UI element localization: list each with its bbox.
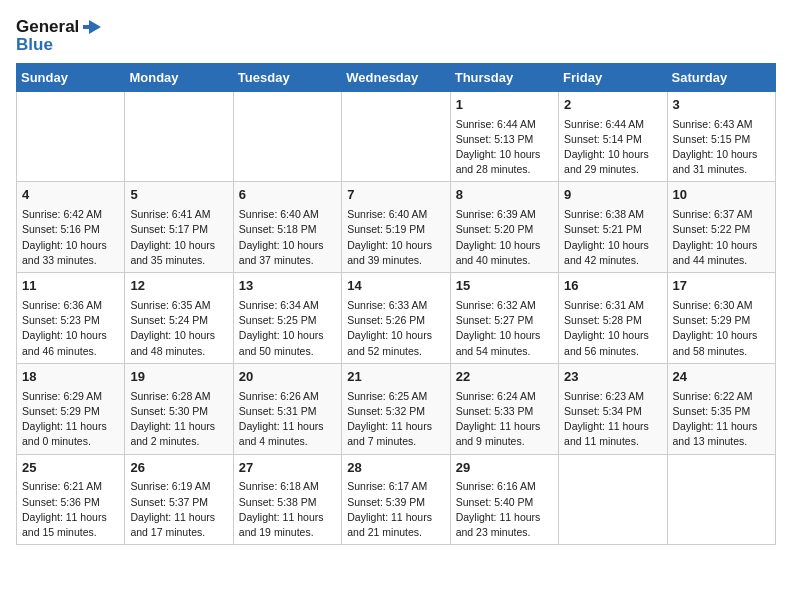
- day-number: 28: [347, 459, 444, 478]
- sunset-text: Sunset: 5:13 PM: [456, 133, 534, 145]
- day-number: 19: [130, 368, 227, 387]
- daylight-text: Daylight: 10 hours and 42 minutes.: [564, 239, 649, 266]
- sunset-text: Sunset: 5:30 PM: [130, 405, 208, 417]
- day-number: 15: [456, 277, 553, 296]
- daylight-text: Daylight: 10 hours and 28 minutes.: [456, 148, 541, 175]
- calendar-cell: 4Sunrise: 6:42 AMSunset: 5:16 PMDaylight…: [17, 182, 125, 273]
- calendar-cell: 24Sunrise: 6:22 AMSunset: 5:35 PMDayligh…: [667, 363, 775, 454]
- daylight-text: Daylight: 10 hours and 39 minutes.: [347, 239, 432, 266]
- sunset-text: Sunset: 5:17 PM: [130, 223, 208, 235]
- calendar-cell: 26Sunrise: 6:19 AMSunset: 5:37 PMDayligh…: [125, 454, 233, 545]
- sunrise-text: Sunrise: 6:33 AM: [347, 299, 427, 311]
- day-number: 6: [239, 186, 336, 205]
- week-row-3: 11Sunrise: 6:36 AMSunset: 5:23 PMDayligh…: [17, 273, 776, 364]
- sunrise-text: Sunrise: 6:44 AM: [456, 118, 536, 130]
- sunrise-text: Sunrise: 6:36 AM: [22, 299, 102, 311]
- sunset-text: Sunset: 5:15 PM: [673, 133, 751, 145]
- sunset-text: Sunset: 5:34 PM: [564, 405, 642, 417]
- logo-general: General: [16, 18, 79, 37]
- calendar-cell: 23Sunrise: 6:23 AMSunset: 5:34 PMDayligh…: [559, 363, 667, 454]
- sunset-text: Sunset: 5:39 PM: [347, 496, 425, 508]
- sunrise-text: Sunrise: 6:37 AM: [673, 208, 753, 220]
- sunrise-text: Sunrise: 6:41 AM: [130, 208, 210, 220]
- day-header-thursday: Thursday: [450, 63, 558, 91]
- daylight-text: Daylight: 11 hours and 23 minutes.: [456, 511, 541, 538]
- header-row: SundayMondayTuesdayWednesdayThursdayFrid…: [17, 63, 776, 91]
- calendar-cell: 18Sunrise: 6:29 AMSunset: 5:29 PMDayligh…: [17, 363, 125, 454]
- sunset-text: Sunset: 5:16 PM: [22, 223, 100, 235]
- day-number: 11: [22, 277, 119, 296]
- week-row-2: 4Sunrise: 6:42 AMSunset: 5:16 PMDaylight…: [17, 182, 776, 273]
- sunrise-text: Sunrise: 6:40 AM: [347, 208, 427, 220]
- sunrise-text: Sunrise: 6:42 AM: [22, 208, 102, 220]
- calendar-cell: 14Sunrise: 6:33 AMSunset: 5:26 PMDayligh…: [342, 273, 450, 364]
- logo-block: General Blue: [16, 16, 103, 55]
- calendar-cell: 27Sunrise: 6:18 AMSunset: 5:38 PMDayligh…: [233, 454, 341, 545]
- sunset-text: Sunset: 5:28 PM: [564, 314, 642, 326]
- sunrise-text: Sunrise: 6:44 AM: [564, 118, 644, 130]
- logo: General Blue: [16, 16, 103, 55]
- sunrise-text: Sunrise: 6:23 AM: [564, 390, 644, 402]
- sunset-text: Sunset: 5:18 PM: [239, 223, 317, 235]
- daylight-text: Daylight: 10 hours and 33 minutes.: [22, 239, 107, 266]
- sunset-text: Sunset: 5:29 PM: [22, 405, 100, 417]
- sunset-text: Sunset: 5:23 PM: [22, 314, 100, 326]
- calendar-cell: 1Sunrise: 6:44 AMSunset: 5:13 PMDaylight…: [450, 91, 558, 182]
- daylight-text: Daylight: 10 hours and 48 minutes.: [130, 329, 215, 356]
- day-header-sunday: Sunday: [17, 63, 125, 91]
- sunrise-text: Sunrise: 6:18 AM: [239, 480, 319, 492]
- daylight-text: Daylight: 11 hours and 0 minutes.: [22, 420, 107, 447]
- sunrise-text: Sunrise: 6:40 AM: [239, 208, 319, 220]
- day-number: 7: [347, 186, 444, 205]
- calendar-cell: 8Sunrise: 6:39 AMSunset: 5:20 PMDaylight…: [450, 182, 558, 273]
- day-number: 22: [456, 368, 553, 387]
- day-number: 10: [673, 186, 770, 205]
- calendar-cell: 21Sunrise: 6:25 AMSunset: 5:32 PMDayligh…: [342, 363, 450, 454]
- daylight-text: Daylight: 11 hours and 2 minutes.: [130, 420, 215, 447]
- daylight-text: Daylight: 11 hours and 17 minutes.: [130, 511, 215, 538]
- day-header-wednesday: Wednesday: [342, 63, 450, 91]
- sunrise-text: Sunrise: 6:16 AM: [456, 480, 536, 492]
- day-number: 9: [564, 186, 661, 205]
- sunrise-text: Sunrise: 6:35 AM: [130, 299, 210, 311]
- daylight-text: Daylight: 11 hours and 21 minutes.: [347, 511, 432, 538]
- day-number: 29: [456, 459, 553, 478]
- svg-marker-0: [83, 20, 101, 34]
- sunset-text: Sunset: 5:35 PM: [673, 405, 751, 417]
- calendar-cell: 9Sunrise: 6:38 AMSunset: 5:21 PMDaylight…: [559, 182, 667, 273]
- week-row-5: 25Sunrise: 6:21 AMSunset: 5:36 PMDayligh…: [17, 454, 776, 545]
- daylight-text: Daylight: 11 hours and 15 minutes.: [22, 511, 107, 538]
- daylight-text: Daylight: 11 hours and 9 minutes.: [456, 420, 541, 447]
- sunrise-text: Sunrise: 6:38 AM: [564, 208, 644, 220]
- sunrise-text: Sunrise: 6:26 AM: [239, 390, 319, 402]
- calendar-cell: 25Sunrise: 6:21 AMSunset: 5:36 PMDayligh…: [17, 454, 125, 545]
- calendar-cell: 15Sunrise: 6:32 AMSunset: 5:27 PMDayligh…: [450, 273, 558, 364]
- sunrise-text: Sunrise: 6:29 AM: [22, 390, 102, 402]
- sunset-text: Sunset: 5:32 PM: [347, 405, 425, 417]
- day-header-tuesday: Tuesday: [233, 63, 341, 91]
- calendar-cell: 11Sunrise: 6:36 AMSunset: 5:23 PMDayligh…: [17, 273, 125, 364]
- calendar-cell: 28Sunrise: 6:17 AMSunset: 5:39 PMDayligh…: [342, 454, 450, 545]
- sunrise-text: Sunrise: 6:17 AM: [347, 480, 427, 492]
- day-number: 3: [673, 96, 770, 115]
- sunrise-text: Sunrise: 6:19 AM: [130, 480, 210, 492]
- daylight-text: Daylight: 10 hours and 37 minutes.: [239, 239, 324, 266]
- calendar-cell: 7Sunrise: 6:40 AMSunset: 5:19 PMDaylight…: [342, 182, 450, 273]
- day-number: 2: [564, 96, 661, 115]
- sunrise-text: Sunrise: 6:22 AM: [673, 390, 753, 402]
- sunset-text: Sunset: 5:21 PM: [564, 223, 642, 235]
- sunset-text: Sunset: 5:38 PM: [239, 496, 317, 508]
- calendar-cell: 13Sunrise: 6:34 AMSunset: 5:25 PMDayligh…: [233, 273, 341, 364]
- sunset-text: Sunset: 5:27 PM: [456, 314, 534, 326]
- sunrise-text: Sunrise: 6:31 AM: [564, 299, 644, 311]
- day-number: 18: [22, 368, 119, 387]
- calendar-cell: 19Sunrise: 6:28 AMSunset: 5:30 PMDayligh…: [125, 363, 233, 454]
- day-number: 24: [673, 368, 770, 387]
- sunrise-text: Sunrise: 6:25 AM: [347, 390, 427, 402]
- daylight-text: Daylight: 10 hours and 29 minutes.: [564, 148, 649, 175]
- daylight-text: Daylight: 11 hours and 13 minutes.: [673, 420, 758, 447]
- calendar-cell: [342, 91, 450, 182]
- day-number: 1: [456, 96, 553, 115]
- calendar-cell: 20Sunrise: 6:26 AMSunset: 5:31 PMDayligh…: [233, 363, 341, 454]
- day-number: 25: [22, 459, 119, 478]
